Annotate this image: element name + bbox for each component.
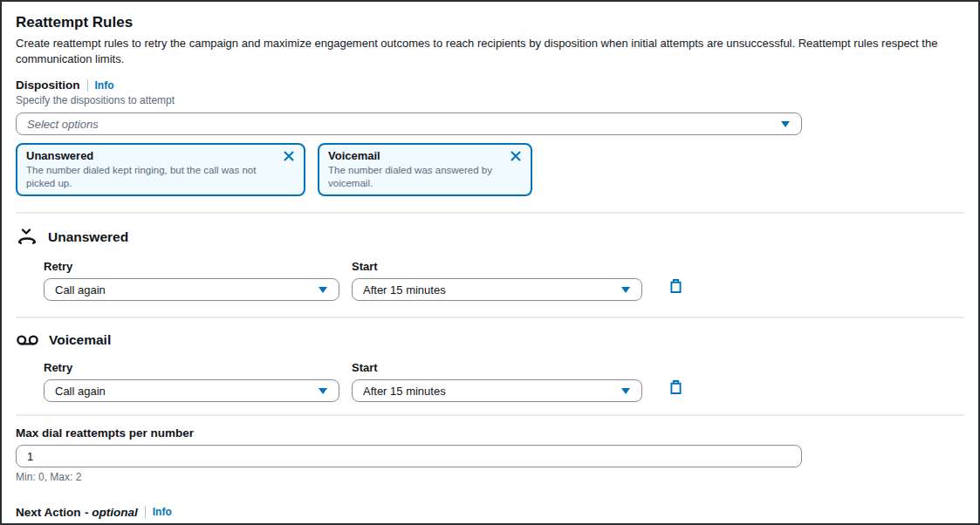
start-label: Start: [352, 260, 642, 273]
retry-select[interactable]: Call again: [44, 379, 339, 402]
label-separator: [145, 506, 146, 518]
voicemail-icon: [16, 331, 39, 349]
delete-rule-button[interactable]: [667, 378, 685, 399]
chevron-down-icon: [318, 285, 328, 294]
section-divider: [16, 212, 964, 214]
token-voicemail: Voicemail The number dialed was answered…: [318, 143, 532, 196]
token-unanswered: Unanswered The number dialed kept ringin…: [16, 143, 305, 196]
trash-icon: [668, 278, 683, 297]
disposition-select-placeholder: Select options: [27, 118, 99, 131]
retry-label: Retry: [44, 361, 339, 374]
token-description: The number dialed kept ringing, but the …: [26, 164, 269, 190]
reattempt-rules-panel: Reattempt Rules Create reattempt rules t…: [0, 0, 980, 525]
chevron-down-icon: [620, 386, 631, 395]
max-reattempts-label: Max dial reattempts per number: [16, 426, 194, 440]
retry-label: Retry: [44, 260, 339, 273]
chevron-down-icon: [318, 386, 328, 395]
label-separator: [87, 79, 88, 92]
disposition-info-link[interactable]: Info: [95, 79, 114, 92]
section-divider: [16, 414, 964, 416]
disposition-label: Disposition: [16, 78, 80, 92]
chevron-down-icon: [620, 285, 631, 294]
section-title-voicemail: Voicemail: [49, 332, 111, 348]
close-icon[interactable]: [510, 150, 522, 162]
start-select-value: After 15 minutes: [363, 385, 446, 398]
chevron-down-icon: [780, 119, 791, 128]
retry-select-value: Call again: [55, 385, 106, 398]
delete-rule-button[interactable]: [667, 276, 685, 298]
max-reattempts-constraint: Min: 0, Max: 2: [16, 471, 964, 483]
page-title: Reattempt Rules: [16, 12, 964, 33]
next-action-label: Next Action: [16, 506, 81, 519]
page-description: Create reattempt rules to retry the camp…: [16, 36, 964, 67]
next-action-optional-suffix: - optional: [85, 506, 138, 519]
token-description: The number dialed was answered by voicem…: [328, 164, 496, 190]
start-select[interactable]: After 15 minutes: [352, 278, 642, 301]
disposition-helper-text: Specify the dispositions to attempt: [16, 93, 964, 107]
token-label: Voicemail: [328, 148, 496, 163]
token-label: Unanswered: [26, 148, 269, 163]
section-divider: [16, 317, 964, 318]
disposition-token-group: Unanswered The number dialed kept ringin…: [16, 143, 964, 196]
disposition-multiselect[interactable]: Select options: [16, 112, 802, 135]
max-reattempts-input[interactable]: [16, 445, 802, 467]
start-label: Start: [352, 361, 642, 374]
section-title-unanswered: Unanswered: [48, 229, 128, 245]
start-select[interactable]: After 15 minutes: [352, 379, 642, 402]
trash-icon: [668, 379, 683, 398]
retry-select[interactable]: Call again: [44, 278, 339, 301]
missed-call-icon: [16, 227, 38, 248]
close-icon[interactable]: [283, 150, 295, 162]
next-action-info-link[interactable]: Info: [153, 506, 172, 518]
retry-select-value: Call again: [55, 283, 106, 297]
next-action-helper-text: Choose what the system does if retries o…: [16, 522, 964, 525]
start-select-value: After 15 minutes: [363, 283, 446, 297]
